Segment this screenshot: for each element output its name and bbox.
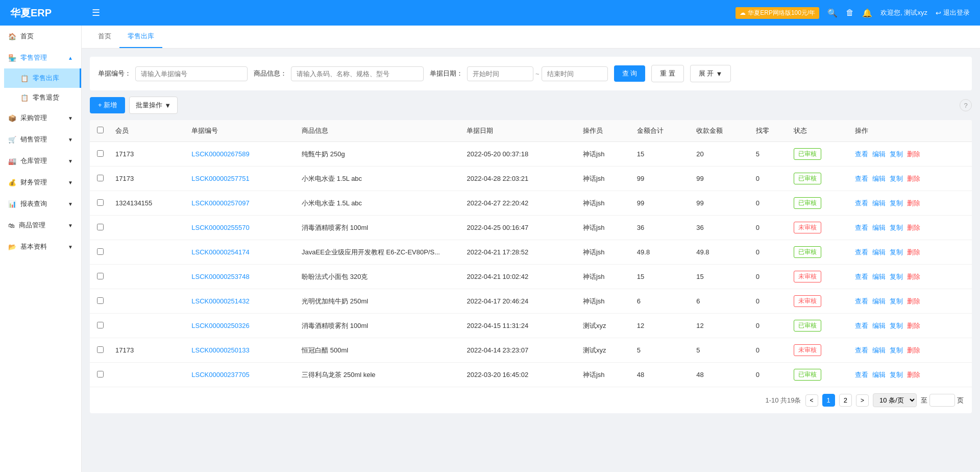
edit-link[interactable]: 编辑	[872, 223, 886, 232]
edit-link[interactable]: 编辑	[872, 321, 886, 331]
sidebar-item-sales[interactable]: 🛒 销售管理 ▼	[0, 129, 81, 150]
page-size-select[interactable]: 10 条/页	[873, 393, 917, 407]
edit-link[interactable]: 编辑	[872, 346, 886, 355]
date-start-input[interactable]	[467, 66, 533, 81]
order-no-link[interactable]: LSCK00000255570	[191, 224, 250, 231]
row-checkbox-cell	[90, 167, 110, 191]
sidebar-item-finance[interactable]: 💰 财务管理 ▼	[0, 172, 81, 193]
copy-link[interactable]: 复制	[890, 248, 903, 257]
sidebar-item-home[interactable]: 🏠 首页	[0, 26, 81, 47]
copy-link[interactable]: 复制	[890, 346, 903, 355]
view-link[interactable]: 查看	[855, 321, 868, 331]
order-no-link[interactable]: LSCK00000267589	[191, 150, 250, 158]
delete-link[interactable]: 删除	[907, 150, 920, 159]
tab-retail-out[interactable]: 零售出库	[119, 26, 162, 48]
copy-link[interactable]: 复制	[890, 174, 903, 183]
edit-link[interactable]: 编辑	[872, 199, 886, 208]
row-checkbox[interactable]	[97, 297, 104, 304]
delete-link[interactable]: 删除	[907, 272, 920, 281]
order-no-link[interactable]: LSCK00000250326	[191, 322, 250, 329]
sidebar-item-report[interactable]: 📊 报表查询 ▼	[0, 193, 81, 215]
add-button[interactable]: + 新增	[90, 97, 125, 113]
reset-button[interactable]: 重 置	[651, 65, 684, 82]
copy-link[interactable]: 复制	[890, 199, 903, 208]
search-icon[interactable]: 🔍	[827, 8, 838, 18]
view-link[interactable]: 查看	[855, 272, 868, 281]
order-no-link[interactable]: LSCK00000237705	[191, 371, 250, 379]
row-checkbox[interactable]	[97, 346, 104, 353]
copy-link[interactable]: 复制	[890, 321, 903, 331]
sidebar-item-retail-return[interactable]: 📋 零售退货	[4, 88, 81, 107]
sidebar-retail-label: 零售管理	[20, 53, 47, 62]
row-checkbox[interactable]	[97, 273, 104, 279]
delete-link[interactable]: 删除	[907, 346, 920, 355]
product-info-input[interactable]	[291, 66, 424, 81]
order-no-input[interactable]	[135, 66, 248, 81]
row-checkbox[interactable]	[97, 371, 104, 377]
edit-link[interactable]: 编辑	[872, 150, 886, 159]
view-link[interactable]: 查看	[855, 370, 868, 380]
row-checkbox[interactable]	[97, 199, 104, 206]
view-link[interactable]: 查看	[855, 223, 868, 232]
bell-icon[interactable]: 🔔	[862, 8, 872, 18]
row-checkbox[interactable]	[97, 224, 104, 230]
edit-link[interactable]: 编辑	[872, 297, 886, 306]
order-no-link[interactable]: LSCK00000257751	[191, 175, 250, 182]
status-badge: 已审核	[794, 369, 821, 381]
view-link[interactable]: 查看	[855, 297, 868, 306]
copy-link[interactable]: 复制	[890, 223, 903, 232]
sidebar-item-retail[interactable]: 🏪 零售管理 ▲	[0, 47, 81, 68]
sidebar-item-basic[interactable]: 📂 基本资料 ▼	[0, 236, 81, 257]
sidebar-item-warehouse[interactable]: 🏭 仓库管理 ▼	[0, 150, 81, 172]
pagination-page-1[interactable]: 1	[822, 394, 835, 407]
pagination-page-2[interactable]: 2	[839, 394, 852, 407]
delete-link[interactable]: 删除	[907, 174, 920, 183]
view-link[interactable]: 查看	[855, 150, 868, 159]
select-all-checkbox[interactable]	[97, 127, 104, 133]
view-link[interactable]: 查看	[855, 248, 868, 257]
view-link[interactable]: 查看	[855, 174, 868, 183]
pagination-prev[interactable]: <	[805, 394, 818, 407]
menu-toggle-icon[interactable]: ☰	[92, 7, 100, 18]
order-no-link[interactable]: LSCK00000250133	[191, 346, 250, 354]
date-end-input[interactable]	[542, 66, 608, 81]
delete-link[interactable]: 删除	[907, 199, 920, 208]
copy-link[interactable]: 复制	[890, 150, 903, 159]
goto-page-input[interactable]	[929, 394, 955, 407]
order-no-link[interactable]: LSCK00000254174	[191, 248, 250, 256]
order-no-link[interactable]: LSCK00000257097	[191, 199, 250, 207]
delete-link[interactable]: 删除	[907, 223, 920, 232]
query-button[interactable]: 查 询	[614, 65, 646, 82]
row-checkbox[interactable]	[97, 150, 104, 157]
delete-link[interactable]: 删除	[907, 370, 920, 380]
logout-button[interactable]: ↩ 退出登录	[936, 8, 970, 17]
order-no-link[interactable]: LSCK00000253748	[191, 273, 250, 280]
view-link[interactable]: 查看	[855, 199, 868, 208]
copy-link[interactable]: 复制	[890, 370, 903, 380]
order-no-link[interactable]: LSCK00000251432	[191, 297, 250, 305]
copy-link[interactable]: 复制	[890, 272, 903, 281]
expand-button[interactable]: 展 开 ▼	[690, 65, 731, 82]
cell-status: 未审核	[789, 338, 850, 363]
trash-icon[interactable]: 🗑	[846, 8, 854, 17]
sidebar-item-purchase[interactable]: 📦 采购管理 ▼	[0, 107, 81, 129]
tab-home[interactable]: 首页	[90, 26, 119, 48]
batch-button[interactable]: 批量操作 ▼	[129, 97, 178, 114]
delete-link[interactable]: 删除	[907, 321, 920, 331]
copy-link[interactable]: 复制	[890, 297, 903, 306]
row-checkbox[interactable]	[97, 248, 104, 255]
edit-link[interactable]: 编辑	[872, 272, 886, 281]
row-checkbox[interactable]	[97, 322, 104, 328]
pagination-next[interactable]: >	[856, 394, 869, 407]
row-checkbox[interactable]	[97, 175, 104, 181]
delete-link[interactable]: 删除	[907, 248, 920, 257]
view-link[interactable]: 查看	[855, 346, 868, 355]
delete-link[interactable]: 删除	[907, 297, 920, 306]
sidebar-item-product[interactable]: 🛍 商品管理 ▼	[0, 215, 81, 236]
edit-link[interactable]: 编辑	[872, 248, 886, 257]
edit-link[interactable]: 编辑	[872, 174, 886, 183]
help-icon[interactable]: ?	[960, 99, 972, 111]
cell-status: 已审核	[789, 167, 850, 191]
sidebar-item-retail-out[interactable]: 📋 零售出库	[4, 68, 81, 88]
edit-link[interactable]: 编辑	[872, 370, 886, 380]
